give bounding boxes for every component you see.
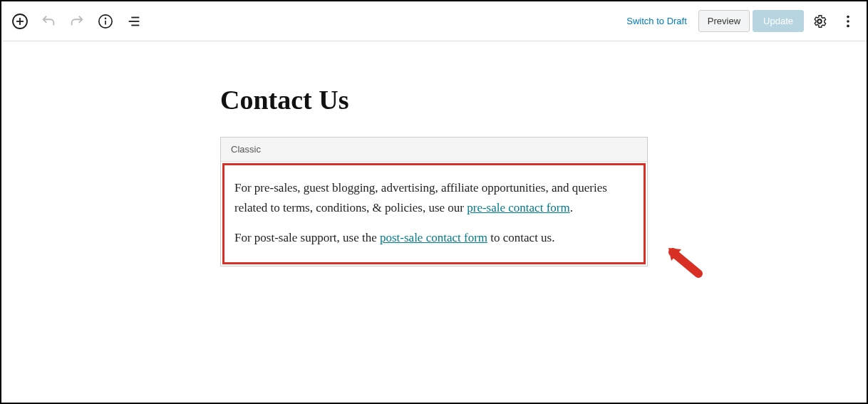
svg-point-10: [847, 20, 849, 23]
redo-icon: [69, 14, 85, 29]
outline-icon: [126, 14, 142, 29]
redo-button[interactable]: [64, 9, 90, 34]
info-icon: [98, 14, 113, 29]
preview-button[interactable]: Preview: [698, 10, 750, 32]
undo-button[interactable]: [36, 9, 61, 34]
paragraph-2-text: For post-sale support, use the: [234, 231, 380, 244]
paragraph-1[interactable]: For pre-sales, guest blogging, advertisi…: [234, 178, 634, 218]
editor-content-area: Contact Us Classic For pre-sales, guest …: [1, 41, 867, 266]
paragraph-1-end: .: [570, 201, 573, 214]
switch-to-draft-button[interactable]: Switch to Draft: [618, 10, 696, 32]
undo-icon: [41, 14, 56, 29]
settings-button[interactable]: [807, 9, 832, 34]
plus-circle-icon: [11, 13, 29, 30]
editor-toolbar: Switch to Draft Preview Update: [1, 1, 867, 41]
toolbar-right: Switch to Draft Preview Update: [618, 9, 861, 34]
svg-point-11: [847, 24, 849, 27]
post-sale-contact-link[interactable]: post-sale contact form: [380, 231, 487, 244]
info-button[interactable]: [93, 9, 118, 34]
gear-icon: [812, 14, 827, 29]
more-options-button[interactable]: [835, 9, 861, 34]
paragraph-2[interactable]: For post-sale support, use the post-sale…: [234, 228, 634, 248]
page-title[interactable]: Contact Us: [220, 84, 648, 115]
classic-block-header: Classic: [221, 138, 647, 162]
pre-sale-contact-link[interactable]: pre-sale contact form: [467, 201, 569, 214]
svg-point-5: [105, 18, 106, 19]
toolbar-left: [7, 9, 147, 34]
more-vertical-icon: [840, 14, 856, 29]
classic-block[interactable]: Classic For pre-sales, guest blogging, a…: [220, 137, 648, 266]
classic-block-body[interactable]: For pre-sales, guest blogging, advertisi…: [222, 163, 646, 264]
add-block-button[interactable]: [7, 9, 33, 34]
update-button[interactable]: Update: [753, 10, 804, 32]
outline-button[interactable]: [121, 9, 147, 34]
content-inner: Contact Us Classic For pre-sales, guest …: [220, 84, 648, 266]
svg-point-9: [847, 15, 849, 18]
paragraph-2-end: to contact us.: [487, 231, 554, 244]
